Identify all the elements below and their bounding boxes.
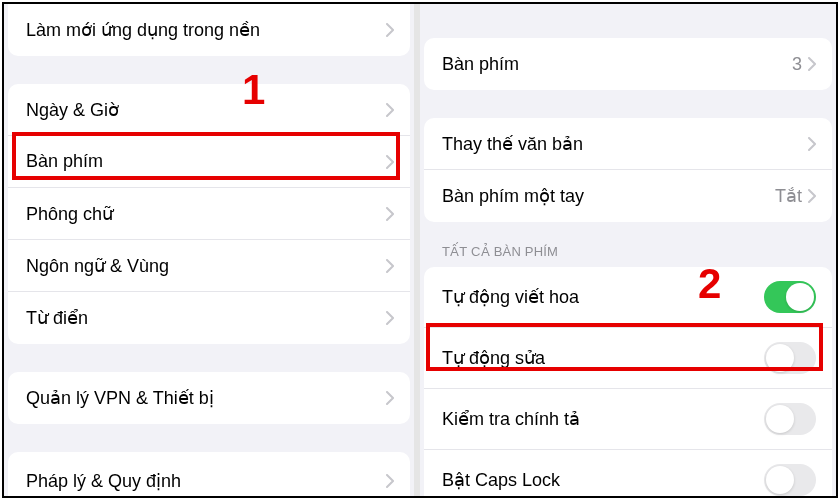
chevron-right-icon: [386, 391, 394, 405]
row-label: Quản lý VPN & Thiết bị: [26, 387, 214, 409]
row-label: Tự động sửa: [442, 347, 545, 369]
settings-group: Bàn phím 3: [424, 38, 832, 90]
row-label: Làm mới ứng dụng trong nền: [26, 19, 260, 41]
row-caps-lock: Bật Caps Lock: [424, 450, 832, 496]
toggle-caps-lock[interactable]: [764, 464, 816, 496]
row-label: Bàn phím: [442, 54, 519, 75]
toggle-check-spelling[interactable]: [764, 403, 816, 435]
toggle-auto-capitalize[interactable]: [764, 281, 816, 313]
row-date-time[interactable]: Ngày & Giờ: [8, 84, 410, 136]
row-label: Từ điển: [26, 307, 88, 329]
row-label: Ngày & Giờ: [26, 99, 119, 121]
row-label: Tự động viết hoa: [442, 286, 579, 308]
row-value: Tắt: [775, 185, 802, 207]
settings-group: Tự động viết hoa Tự động sửa Kiểm tra ch…: [424, 267, 832, 496]
row-label: Pháp lý & Quy định: [26, 470, 181, 492]
row-label: Bật Caps Lock: [442, 469, 560, 491]
row-label: Kiểm tra chính tả: [442, 408, 580, 430]
chevron-right-icon: [808, 137, 816, 151]
section-header: TẤT CẢ BÀN PHÍM: [424, 236, 836, 267]
row-label: Thay thế văn bản: [442, 133, 583, 155]
settings-group: Ngày & Giờ Bàn phím Phông chữ Ngôn ngữ &…: [8, 84, 410, 344]
row-text-replacement[interactable]: Thay thế văn bản: [424, 118, 832, 170]
row-value: 3: [792, 54, 802, 75]
row-label: Bàn phím: [26, 151, 103, 172]
settings-group: Thay thế văn bản Bàn phím một tay Tắt: [424, 118, 832, 222]
row-one-handed[interactable]: Bàn phím một tay Tắt: [424, 170, 832, 222]
settings-group: Làm mới ứng dụng trong nền: [8, 4, 410, 56]
settings-group: Pháp lý & Quy định: [8, 452, 410, 496]
settings-group: Quản lý VPN & Thiết bị: [8, 372, 410, 424]
row-check-spelling: Kiểm tra chính tả: [424, 389, 832, 450]
row-label: Ngôn ngữ & Vùng: [26, 255, 169, 277]
chevron-right-icon: [386, 103, 394, 117]
row-keyboard[interactable]: Bàn phím: [8, 136, 410, 188]
row-legal[interactable]: Pháp lý & Quy định: [8, 452, 410, 496]
row-auto-capitalize: Tự động viết hoa: [424, 267, 832, 328]
chevron-right-icon: [386, 155, 394, 169]
chevron-right-icon: [386, 474, 394, 488]
row-label: Phông chữ: [26, 203, 113, 225]
chevron-right-icon: [386, 311, 394, 325]
row-auto-correction: Tự động sửa: [424, 328, 832, 389]
row-keyboards[interactable]: Bàn phím 3: [424, 38, 832, 90]
row-dictionary[interactable]: Từ điển: [8, 292, 410, 344]
toggle-auto-correction[interactable]: [764, 342, 816, 374]
chevron-right-icon: [386, 23, 394, 37]
chevron-right-icon: [808, 57, 816, 71]
chevron-right-icon: [386, 207, 394, 221]
row-language-region[interactable]: Ngôn ngữ & Vùng: [8, 240, 410, 292]
row-label: Bàn phím một tay: [442, 185, 584, 207]
chevron-right-icon: [808, 189, 816, 203]
row-fonts[interactable]: Phông chữ: [8, 188, 410, 240]
chevron-right-icon: [386, 259, 394, 273]
row-vpn[interactable]: Quản lý VPN & Thiết bị: [8, 372, 410, 424]
settings-general-panel: Làm mới ứng dụng trong nền Ngày & Giờ Bà…: [4, 4, 420, 496]
row-app-refresh[interactable]: Làm mới ứng dụng trong nền: [8, 4, 410, 56]
keyboard-settings-panel: Bàn phím 3 Thay thế văn bản Bàn phím một…: [420, 4, 836, 496]
